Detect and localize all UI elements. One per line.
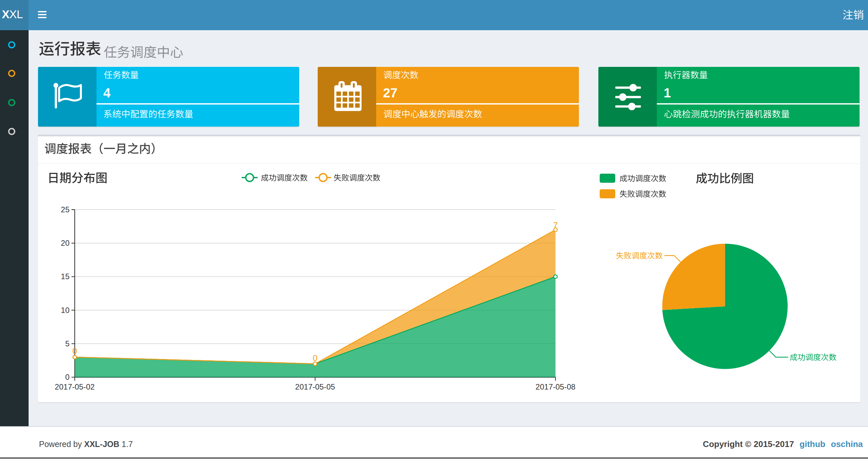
svg-text:7: 7: [553, 221, 558, 230]
svg-text:0: 0: [72, 346, 77, 356]
svg-text:0: 0: [313, 353, 317, 363]
